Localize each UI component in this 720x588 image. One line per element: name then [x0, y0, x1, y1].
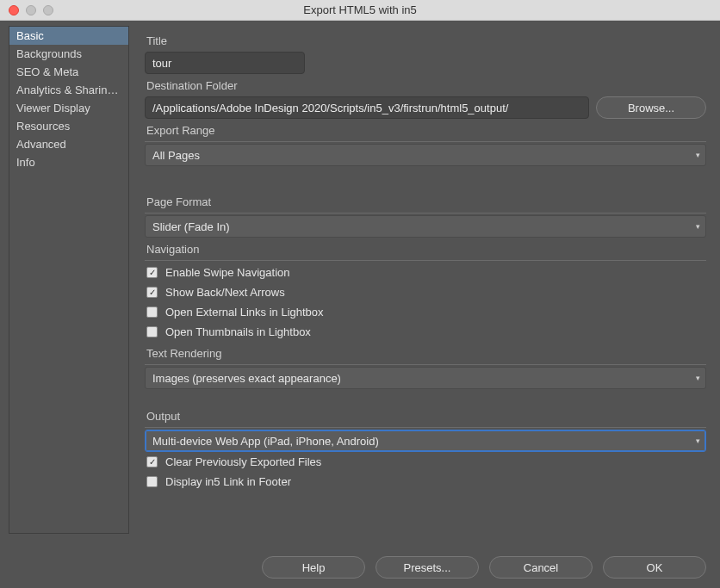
- window-controls: [0, 5, 53, 15]
- export-range-value: All Pages: [152, 149, 200, 162]
- sidebar-item-viewer-display[interactable]: Viewer Display: [9, 99, 128, 117]
- destination-folder-label: Destination Folder: [146, 79, 706, 92]
- chevron-down-icon: ▾: [696, 374, 700, 382]
- chevron-down-icon: ▾: [696, 151, 700, 159]
- page-format-value: Slider (Fade In): [152, 220, 230, 233]
- sidebar-item-analytics-sharing[interactable]: Analytics & Sharing ...: [9, 81, 128, 99]
- sidebar-list: Basic Backgrounds SEO & Meta Analytics &…: [9, 26, 129, 534]
- output-select[interactable]: Multi-device Web App (iPad, iPhone, Andr…: [145, 430, 706, 452]
- destination-folder-input[interactable]: [145, 96, 589, 119]
- show-back-next-arrows-checkbox[interactable]: ✓: [146, 287, 158, 298]
- sidebar-item-backgrounds[interactable]: Backgrounds: [9, 45, 128, 63]
- cancel-button[interactable]: Cancel: [489, 556, 593, 579]
- dialog-footer: Help Presets... Cancel OK: [0, 547, 720, 588]
- show-back-next-arrows-label: Show Back/Next Arrows: [165, 286, 285, 299]
- presets-button[interactable]: Presets...: [376, 556, 479, 579]
- text-rendering-divider: [145, 364, 706, 365]
- enable-swipe-nav-checkbox[interactable]: ✓: [146, 267, 158, 278]
- output-divider: [145, 427, 706, 428]
- sidebar: Basic Backgrounds SEO & Meta Analytics &…: [0, 21, 129, 547]
- sidebar-item-info[interactable]: Info: [9, 153, 128, 171]
- clear-previously-exported-row[interactable]: ✓ Clear Previously Exported Files: [145, 452, 706, 472]
- open-ext-links-lightbox-row[interactable]: ✓ Open External Links in Lightbox: [145, 302, 706, 322]
- enable-swipe-nav-row[interactable]: ✓ Enable Swipe Navigation: [145, 263, 706, 282]
- chevron-down-icon: ▾: [696, 222, 700, 231]
- title-input[interactable]: [145, 52, 305, 74]
- navigation-label: Navigation: [146, 243, 706, 256]
- page-format-divider: [145, 213, 706, 214]
- export-range-divider: [145, 141, 706, 142]
- minimize-window-button[interactable]: [26, 5, 36, 15]
- show-back-next-arrows-row[interactable]: ✓ Show Back/Next Arrows: [145, 282, 706, 302]
- title-label: Title: [146, 34, 706, 47]
- navigation-divider: [145, 260, 706, 261]
- open-ext-links-lightbox-checkbox[interactable]: ✓: [146, 306, 158, 318]
- clear-previously-exported-checkbox[interactable]: ✓: [146, 456, 158, 467]
- display-in5-link-footer-label: Display in5 Link in Footer: [165, 475, 291, 488]
- titlebar: Export HTML5 with in5: [0, 0, 720, 21]
- sidebar-item-resources[interactable]: Resources: [9, 117, 128, 135]
- page-format-label: Page Format: [146, 195, 706, 208]
- ok-button[interactable]: OK: [603, 556, 706, 579]
- window-title: Export HTML5 with in5: [0, 3, 720, 16]
- export-range-select[interactable]: All Pages ▾: [145, 144, 706, 166]
- output-label: Output: [146, 410, 706, 423]
- help-button[interactable]: Help: [262, 556, 365, 579]
- close-window-button[interactable]: [9, 5, 19, 15]
- display-in5-link-footer-row[interactable]: ✓ Display in5 Link in Footer: [145, 472, 706, 492]
- sidebar-item-basic[interactable]: Basic: [9, 27, 128, 45]
- open-thumbnails-lightbox-label: Open Thumbnails in Lightbox: [165, 325, 311, 338]
- text-rendering-label: Text Rendering: [146, 347, 706, 360]
- enable-swipe-nav-label: Enable Swipe Navigation: [165, 266, 290, 279]
- text-rendering-value: Images (preserves exact appearance): [152, 372, 341, 385]
- output-value: Multi-device Web App (iPad, iPhone, Andr…: [152, 435, 379, 448]
- page-format-select[interactable]: Slider (Fade In) ▾: [145, 215, 706, 238]
- main-panel: Title Destination Folder Browse... Expor…: [129, 21, 720, 547]
- text-rendering-select[interactable]: Images (preserves exact appearance) ▾: [145, 367, 706, 389]
- clear-previously-exported-label: Clear Previously Exported Files: [165, 455, 321, 468]
- zoom-window-button[interactable]: [43, 5, 53, 15]
- open-thumbnails-lightbox-checkbox[interactable]: ✓: [146, 326, 158, 337]
- sidebar-item-seo-meta[interactable]: SEO & Meta: [9, 63, 128, 81]
- open-ext-links-lightbox-label: Open External Links in Lightbox: [165, 306, 324, 319]
- chevron-down-icon: ▾: [696, 436, 700, 445]
- open-thumbnails-lightbox-row[interactable]: ✓ Open Thumbnails in Lightbox: [145, 322, 706, 342]
- sidebar-item-advanced[interactable]: Advanced: [9, 135, 128, 153]
- export-range-label: Export Range: [146, 124, 706, 137]
- browse-button[interactable]: Browse...: [596, 96, 706, 119]
- display-in5-link-footer-checkbox[interactable]: ✓: [146, 476, 158, 487]
